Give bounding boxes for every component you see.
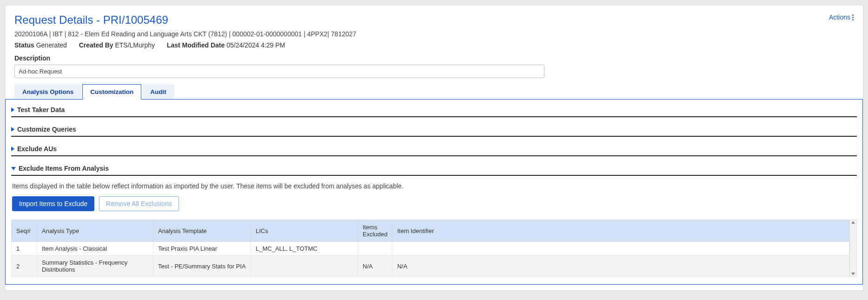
col-header-analysis-template[interactable]: Analysis Template [153, 220, 251, 242]
cell-analysis-template: Test - PE/Summary Stats for PIA [153, 256, 251, 277]
page-title: Request Details - PRI/1005469 [14, 13, 168, 27]
accordion-exclude-items[interactable]: Exclude Items From Analysis [11, 163, 857, 176]
description-label: Description [14, 54, 854, 62]
tab-analysis-options[interactable]: Analysis Options [14, 84, 81, 99]
table-scrollbar[interactable] [849, 220, 857, 277]
accordion-exclude-aus[interactable]: Exclude AUs [11, 143, 857, 156]
cell-analysis-type: Item Analysis - Classical [37, 242, 153, 256]
accordion-label: Customize Queries [17, 126, 76, 133]
cell-seq: 2 [12, 256, 37, 277]
col-header-analysis-type[interactable]: Analysis Type [37, 220, 153, 242]
remove-all-exclusions-button[interactable]: Remove All Exclusions [99, 196, 179, 211]
table-row[interactable]: 1 Item Analysis - Classical Test Praxis … [12, 242, 849, 256]
cell-analysis-type: Summary Statistics - Frequency Distribut… [37, 256, 153, 277]
scroll-up-icon [851, 221, 855, 224]
description-input[interactable] [14, 65, 544, 78]
last-modified-label: Last Modified Date [167, 41, 225, 49]
created-by-label: Created By [79, 41, 113, 49]
actions-menu[interactable]: Actions [829, 13, 854, 21]
cell-items-excluded: N/A [358, 256, 392, 277]
scroll-down-icon [851, 273, 855, 275]
col-header-seq[interactable]: Seq# [12, 220, 37, 242]
actions-label: Actions [829, 13, 850, 21]
tab-audit[interactable]: Audit [142, 84, 174, 99]
cell-lics [251, 256, 358, 277]
accordion-label: Exclude AUs [17, 145, 57, 153]
chevron-down-icon [11, 167, 16, 170]
status-label: Status [14, 41, 34, 49]
tab-bar: Analysis Options Customization Audit [14, 84, 854, 99]
chevron-right-icon [11, 107, 14, 112]
accordion-customize-queries[interactable]: Customize Queries [11, 124, 857, 137]
accordion-test-taker-data[interactable]: Test Taker Data [11, 104, 857, 117]
chevron-right-icon [11, 147, 14, 151]
cell-item-identifier [392, 242, 849, 256]
meta-row: Status Generated Created By ETS/LMurphy … [14, 41, 854, 49]
cell-analysis-template: Test Praxis PIA Linear [153, 242, 251, 256]
request-details-panel: Request Details - PRI/1005469 Actions 20… [5, 5, 863, 291]
last-modified-value: 05/24/2024 4:29 PM [226, 41, 285, 49]
cell-lics: L_MC_ALL, L_TOTMC [251, 242, 358, 256]
tab-customization[interactable]: Customization [82, 84, 141, 100]
accordion-label: Test Taker Data [17, 106, 65, 113]
exclude-info-text: Items displayed in the table below refle… [11, 176, 857, 196]
exclusions-table: Seq# Analysis Type Analysis Template LIC… [11, 220, 849, 277]
kebab-icon [852, 14, 854, 20]
cell-seq: 1 [12, 242, 37, 256]
table-row[interactable]: 2 Summary Statistics - Frequency Distrib… [12, 256, 849, 277]
col-header-item-identifier[interactable]: Item Identifier [392, 220, 849, 242]
breadcrumb: 20200106A | IBT | 812 - Elem Ed Reading … [14, 30, 854, 38]
tab-body-customization: Test Taker Data Customize Queries Exclud… [5, 99, 863, 285]
col-header-items-excluded[interactable]: Items Excluded [358, 220, 392, 242]
chevron-right-icon [11, 127, 14, 132]
import-items-button[interactable]: Import Items to Exclude [12, 196, 94, 211]
col-header-lics[interactable]: LICs [251, 220, 358, 242]
created-by-value: ETS/LMurphy [115, 41, 155, 49]
cell-item-identifier: N/A [392, 256, 849, 277]
accordion-label: Exclude Items From Analysis [19, 165, 109, 172]
status-value: Generated [36, 41, 67, 49]
cell-items-excluded [358, 242, 392, 256]
